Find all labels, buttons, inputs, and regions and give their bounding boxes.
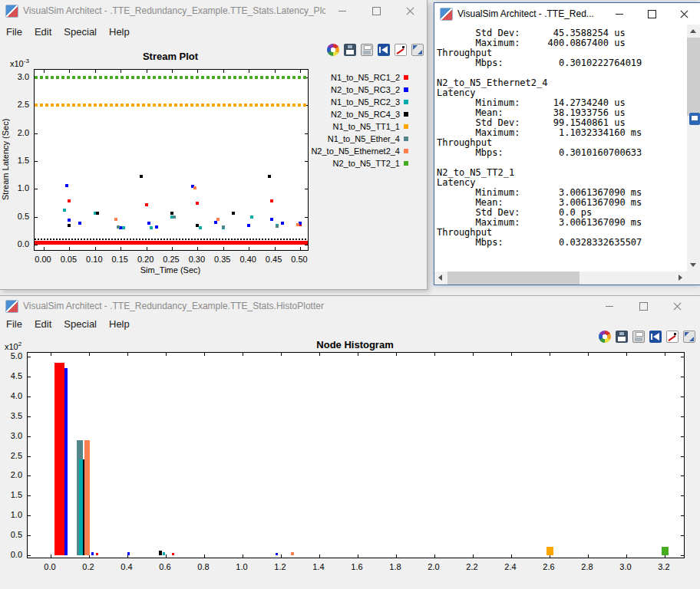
stream-plot-region: Stream Plot x10-3 Stream Latency (Sec) S… <box>0 41 427 289</box>
menu-edit[interactable]: Edit <box>28 25 58 39</box>
y-tick-mark <box>681 436 684 437</box>
y-tick-mark <box>28 357 31 357</box>
legend-entry: N1_to_N5_Ether_4 <box>310 133 408 145</box>
minimize-button[interactable] <box>325 0 359 21</box>
y-axis-multiplier: x102 <box>5 341 21 351</box>
y-tick-label: 3.0 <box>6 72 29 81</box>
app-icon <box>5 5 18 18</box>
scrollbar-corner <box>687 271 700 285</box>
chart-title: Node Histogram <box>27 339 683 350</box>
data-point <box>199 226 202 229</box>
histogram-bar <box>54 363 64 555</box>
close-button[interactable] <box>668 3 700 25</box>
y-tick-mark <box>28 436 31 437</box>
x-tick-label: 1.6 <box>344 562 370 571</box>
save-icon[interactable] <box>344 44 356 56</box>
close-icon <box>673 302 682 311</box>
x-tick-mark <box>121 70 121 73</box>
x-tick-mark <box>473 554 474 558</box>
horizontal-scrollbar[interactable] <box>434 271 687 285</box>
close-button[interactable] <box>660 296 694 316</box>
legend-swatch <box>404 100 408 104</box>
partial-window-icon[interactable] <box>689 113 700 125</box>
y-tick-label: 3.0 <box>0 431 22 440</box>
menu-edit[interactable]: Edit <box>28 317 58 331</box>
minimize-button[interactable] <box>603 3 636 25</box>
y-tick-mark <box>681 555 684 556</box>
horizontal-scroll-thumb[interactable] <box>447 271 579 285</box>
data-point <box>150 226 153 229</box>
maximize-icon <box>648 10 656 18</box>
x-tick-mark <box>550 353 550 356</box>
rewind-icon[interactable] <box>378 44 390 56</box>
x-tick-mark <box>166 353 167 356</box>
menu-special[interactable]: Special <box>58 25 103 39</box>
stream-plot-canvas[interactable] <box>34 69 309 251</box>
zoom-fit-icon[interactable] <box>683 331 695 343</box>
menu-special[interactable]: Special <box>58 317 103 331</box>
y-tick-label: 1.5 <box>0 490 22 499</box>
legend-label: N1_to_N5_TT1_1 <box>333 122 400 131</box>
x-tick-mark <box>127 353 128 356</box>
x-tick-mark <box>44 70 45 73</box>
legend-swatch <box>404 124 408 129</box>
histogram-bar <box>662 547 669 555</box>
legend-label: N2_to_N5_Ethernet2_4 <box>311 146 400 156</box>
x-tick-mark <box>281 554 282 558</box>
x-axis-title: Sim_Time (Sec) <box>34 265 307 275</box>
scroll-left-arrow[interactable] <box>434 271 447 285</box>
y-tick-label: 1.5 <box>6 156 29 165</box>
scroll-up-arrow[interactable] <box>687 25 700 38</box>
vertical-scroll-thumb[interactable] <box>687 38 700 116</box>
menu-help[interactable]: Help <box>103 25 136 39</box>
y-tick-label: 0.5 <box>6 212 29 221</box>
x-tick-mark <box>626 353 627 356</box>
close-icon <box>680 10 688 18</box>
plot-legend: N1_to_N5_RC1_2N2_to_N5_RC3_2N1_to_N5_RC2… <box>310 71 408 169</box>
x-tick-mark <box>243 554 243 558</box>
y-tick-mark <box>28 515 31 516</box>
maximize-button[interactable] <box>626 296 660 316</box>
y-tick-mark <box>35 161 38 162</box>
x-tick-label: 0.10 <box>81 255 107 264</box>
window-controls <box>593 296 694 316</box>
x-tick-mark <box>204 554 205 558</box>
histogram-bar <box>291 552 294 555</box>
histogram-plot-canvas[interactable] <box>27 352 685 558</box>
maximize-button[interactable] <box>636 3 668 25</box>
legend-label: N1_to_N5_RC1_2 <box>331 73 400 82</box>
menu-file[interactable]: File <box>0 25 28 39</box>
minimize-button[interactable] <box>593 296 626 316</box>
edit-plot-icon[interactable] <box>395 44 407 56</box>
print-icon[interactable] <box>361 44 373 56</box>
x-tick-label: 2.6 <box>536 562 562 571</box>
x-tick-mark <box>223 247 224 250</box>
data-point <box>63 209 66 212</box>
titlebar[interactable]: VisualSim Architect - .TTE_Redundancy_Ex… <box>0 296 700 316</box>
titlebar[interactable]: VisualSim Architect - .TTE_Redundancy_Ex… <box>0 0 427 21</box>
close-button[interactable] <box>393 0 427 21</box>
menu-file[interactable]: File <box>0 317 28 331</box>
scroll-right-arrow[interactable] <box>674 271 687 285</box>
histogram-bar <box>64 368 68 555</box>
palette-icon[interactable] <box>327 44 339 56</box>
data-point <box>247 224 250 227</box>
y-tick-mark <box>305 245 308 245</box>
legend-entry: N1_to_N5_TT1_1 <box>310 120 408 133</box>
zoom-fit-icon[interactable] <box>411 44 424 56</box>
titlebar[interactable]: VisualSim Architect - .TTE_Red... <box>434 3 700 25</box>
y-tick-mark <box>305 189 308 189</box>
x-tick-mark <box>319 353 320 356</box>
legend-entry: N1_to_N5_RC2_3 <box>310 96 408 108</box>
x-tick-mark <box>665 353 665 356</box>
data-point <box>140 175 143 178</box>
vertical-scrollbar[interactable] <box>687 25 700 271</box>
x-tick-mark <box>147 247 147 250</box>
maximize-button[interactable] <box>359 0 393 21</box>
y-tick-label: 5.0 <box>0 351 22 360</box>
y-tick-mark <box>681 357 684 357</box>
menu-help[interactable]: Help <box>103 317 136 331</box>
histogram-bar <box>127 552 130 555</box>
window-controls <box>325 0 427 21</box>
scroll-down-arrow[interactable] <box>687 258 700 271</box>
